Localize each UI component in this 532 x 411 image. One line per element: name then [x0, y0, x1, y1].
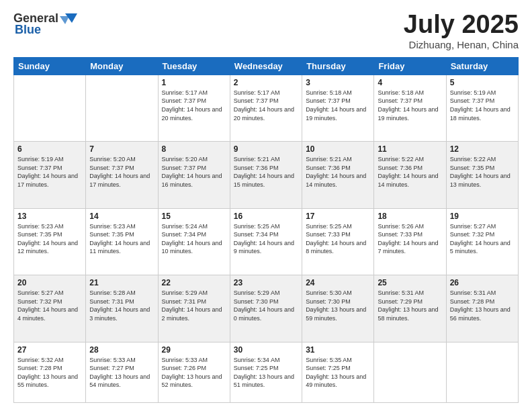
col-thursday: Thursday [302, 57, 374, 75]
day-info: Sunrise: 5:26 AMSunset: 7:33 PMDaylight:… [378, 222, 442, 256]
col-friday: Friday [374, 57, 446, 75]
day-number: 20 [17, 278, 82, 287]
day-number: 25 [378, 278, 442, 287]
calendar-row: 1Sunrise: 5:17 AMSunset: 7:37 PMDaylight… [14, 75, 519, 141]
logo-area: General Blue [13, 11, 77, 37]
calendar-cell: 20Sunrise: 5:27 AMSunset: 7:32 PMDayligh… [14, 275, 86, 342]
day-number: 18 [378, 212, 442, 221]
header-row: Sunday Monday Tuesday Wednesday Thursday… [14, 57, 519, 75]
page: General Blue July 2025 Dizhuang, Henan, … [0, 0, 532, 411]
col-monday: Monday [86, 57, 158, 75]
day-info: Sunrise: 5:17 AMSunset: 7:37 PMDaylight:… [162, 89, 226, 122]
day-info: Sunrise: 5:33 AMSunset: 7:27 PMDaylight:… [89, 356, 154, 390]
day-info: Sunrise: 5:31 AMSunset: 7:29 PMDaylight:… [378, 289, 442, 322]
day-info: Sunrise: 5:18 AMSunset: 7:37 PMDaylight:… [306, 89, 370, 122]
calendar-cell: 23Sunrise: 5:29 AMSunset: 7:30 PMDayligh… [230, 275, 302, 342]
calendar-cell: 22Sunrise: 5:29 AMSunset: 7:31 PMDayligh… [158, 275, 230, 342]
calendar-cell: 1Sunrise: 5:17 AMSunset: 7:37 PMDaylight… [158, 75, 230, 141]
day-info: Sunrise: 5:32 AMSunset: 7:28 PMDaylight:… [17, 356, 82, 390]
month-title: July 2025 [404, 11, 519, 39]
day-info: Sunrise: 5:25 AMSunset: 7:33 PMDaylight:… [306, 222, 370, 256]
calendar-cell: 2Sunrise: 5:17 AMSunset: 7:37 PMDaylight… [230, 75, 302, 141]
col-saturday: Saturday [446, 57, 518, 75]
day-number: 3 [306, 78, 370, 87]
calendar-cell: 3Sunrise: 5:18 AMSunset: 7:37 PMDaylight… [302, 75, 374, 141]
day-info: Sunrise: 5:18 AMSunset: 7:37 PMDaylight:… [378, 89, 442, 122]
day-number: 1 [162, 78, 226, 87]
day-info: Sunrise: 5:17 AMSunset: 7:37 PMDaylight:… [234, 89, 298, 122]
calendar-cell: 24Sunrise: 5:30 AMSunset: 7:30 PMDayligh… [302, 275, 374, 342]
day-info: Sunrise: 5:27 AMSunset: 7:32 PMDaylight:… [450, 222, 515, 256]
day-info: Sunrise: 5:27 AMSunset: 7:32 PMDaylight:… [17, 289, 82, 322]
calendar-cell: 18Sunrise: 5:26 AMSunset: 7:33 PMDayligh… [374, 208, 446, 275]
calendar-cell: 14Sunrise: 5:23 AMSunset: 7:35 PMDayligh… [86, 208, 158, 275]
calendar-cell: 27Sunrise: 5:32 AMSunset: 7:28 PMDayligh… [14, 342, 86, 402]
col-sunday: Sunday [14, 57, 86, 75]
day-number: 21 [89, 278, 154, 287]
day-number: 2 [234, 78, 298, 87]
day-info: Sunrise: 5:23 AMSunset: 7:35 PMDaylight:… [89, 222, 154, 256]
day-info: Sunrise: 5:19 AMSunset: 7:37 PMDaylight:… [450, 89, 515, 122]
day-info: Sunrise: 5:25 AMSunset: 7:34 PMDaylight:… [234, 222, 298, 256]
calendar-cell [86, 75, 158, 141]
day-number: 28 [89, 345, 154, 355]
day-number: 14 [89, 212, 154, 221]
logo-blue: Blue [15, 23, 41, 37]
day-number: 5 [450, 78, 515, 87]
day-info: Sunrise: 5:22 AMSunset: 7:36 PMDaylight:… [378, 155, 442, 189]
day-info: Sunrise: 5:33 AMSunset: 7:26 PMDaylight:… [162, 356, 226, 390]
calendar-cell: 9Sunrise: 5:21 AMSunset: 7:36 PMDaylight… [230, 142, 302, 208]
day-number: 23 [234, 278, 298, 287]
header: General Blue July 2025 Dizhuang, Henan, … [13, 11, 519, 50]
day-number: 27 [17, 345, 82, 355]
day-info: Sunrise: 5:31 AMSunset: 7:28 PMDaylight:… [450, 289, 515, 322]
calendar-cell: 13Sunrise: 5:23 AMSunset: 7:35 PMDayligh… [14, 208, 86, 275]
day-info: Sunrise: 5:28 AMSunset: 7:31 PMDaylight:… [89, 289, 154, 322]
day-info: Sunrise: 5:23 AMSunset: 7:35 PMDaylight:… [17, 222, 82, 256]
calendar-cell: 12Sunrise: 5:22 AMSunset: 7:35 PMDayligh… [446, 142, 518, 208]
calendar-cell: 16Sunrise: 5:25 AMSunset: 7:34 PMDayligh… [230, 208, 302, 275]
col-tuesday: Tuesday [158, 57, 230, 75]
day-info: Sunrise: 5:22 AMSunset: 7:35 PMDaylight:… [450, 155, 515, 189]
calendar-cell: 10Sunrise: 5:21 AMSunset: 7:36 PMDayligh… [302, 142, 374, 208]
day-number: 29 [162, 345, 226, 355]
day-number: 11 [378, 144, 442, 154]
calendar-row: 6Sunrise: 5:19 AMSunset: 7:37 PMDaylight… [14, 142, 519, 208]
day-info: Sunrise: 5:21 AMSunset: 7:36 PMDaylight:… [306, 155, 370, 189]
title-area: July 2025 Dizhuang, Henan, China [404, 11, 519, 50]
day-number: 22 [162, 278, 226, 287]
day-info: Sunrise: 5:35 AMSunset: 7:25 PMDaylight:… [306, 356, 370, 390]
day-number: 26 [450, 278, 515, 287]
day-number: 16 [234, 212, 298, 221]
day-number: 12 [450, 144, 515, 154]
calendar-row: 27Sunrise: 5:32 AMSunset: 7:28 PMDayligh… [14, 342, 519, 402]
calendar-cell: 11Sunrise: 5:22 AMSunset: 7:36 PMDayligh… [374, 142, 446, 208]
day-info: Sunrise: 5:21 AMSunset: 7:36 PMDaylight:… [234, 155, 298, 189]
day-number: 13 [17, 212, 82, 221]
calendar-cell: 21Sunrise: 5:28 AMSunset: 7:31 PMDayligh… [86, 275, 158, 342]
calendar-cell: 8Sunrise: 5:20 AMSunset: 7:37 PMDaylight… [158, 142, 230, 208]
calendar-cell: 6Sunrise: 5:19 AMSunset: 7:37 PMDaylight… [14, 142, 86, 208]
calendar-cell: 19Sunrise: 5:27 AMSunset: 7:32 PMDayligh… [446, 208, 518, 275]
day-number: 31 [306, 345, 370, 355]
day-info: Sunrise: 5:29 AMSunset: 7:30 PMDaylight:… [234, 289, 298, 322]
day-number: 17 [306, 212, 370, 221]
svg-marker-1 [60, 16, 69, 24]
day-info: Sunrise: 5:19 AMSunset: 7:37 PMDaylight:… [17, 155, 82, 189]
calendar-cell [374, 342, 446, 402]
calendar-cell: 30Sunrise: 5:34 AMSunset: 7:25 PMDayligh… [230, 342, 302, 402]
day-info: Sunrise: 5:24 AMSunset: 7:34 PMDaylight:… [162, 222, 226, 256]
location-subtitle: Dizhuang, Henan, China [404, 39, 519, 50]
day-info: Sunrise: 5:20 AMSunset: 7:37 PMDaylight:… [162, 155, 226, 189]
day-number: 24 [306, 278, 370, 287]
col-wednesday: Wednesday [230, 57, 302, 75]
day-info: Sunrise: 5:20 AMSunset: 7:37 PMDaylight:… [89, 155, 154, 189]
day-number: 6 [17, 144, 82, 154]
calendar-cell: 25Sunrise: 5:31 AMSunset: 7:29 PMDayligh… [374, 275, 446, 342]
calendar-cell: 4Sunrise: 5:18 AMSunset: 7:37 PMDaylight… [374, 75, 446, 141]
day-number: 7 [89, 144, 154, 154]
calendar-row: 13Sunrise: 5:23 AMSunset: 7:35 PMDayligh… [14, 208, 519, 275]
day-number: 9 [234, 144, 298, 154]
calendar-table: Sunday Monday Tuesday Wednesday Thursday… [13, 57, 519, 403]
day-number: 30 [234, 345, 298, 355]
